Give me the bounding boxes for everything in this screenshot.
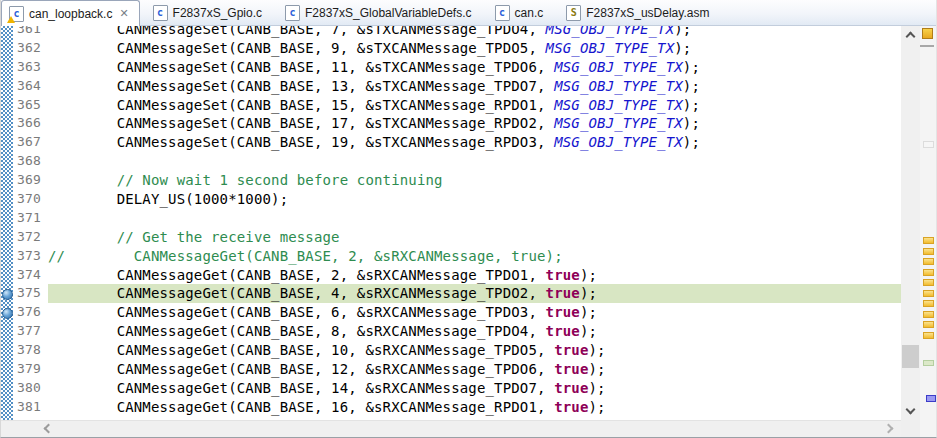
tab-f2837xs-globalvariabledefs-c[interactable]: cF2837xS_GlobalVariableDefs.c xyxy=(278,0,482,25)
overview-warning-header-icon[interactable] xyxy=(922,28,933,39)
code-line-366[interactable]: 366 CANMessageSet(CANB_BASE, 17, &sTXCAN… xyxy=(13,114,901,133)
scroll-up-icon[interactable] xyxy=(906,32,916,42)
line-text[interactable]: // Now wait 1 second before continuing xyxy=(48,171,901,190)
tab-can-loopback-c[interactable]: ccan_loopback.c✕ xyxy=(1,0,140,26)
code-line-367[interactable]: 367 CANMessageSet(CANB_BASE, 19, &sTXCAN… xyxy=(13,133,901,152)
line-number[interactable]: 376 xyxy=(13,303,48,322)
code-line-379[interactable]: 379 CANMessageGet(CANB_BASE, 12, &sRXCAN… xyxy=(13,360,901,379)
line-text[interactable]: CANMessageSet(CANB_BASE, 13, &sTXCANMess… xyxy=(48,77,901,96)
code-line-378[interactable]: 378 CANMessageGet(CANB_BASE, 10, &sRXCAN… xyxy=(13,341,901,360)
line-text[interactable]: // CANMessageGet(CANB_BASE, 2, &sRXCANMe… xyxy=(48,247,901,266)
line-text[interactable]: CANMessageSet(CANB_BASE, 17, &sTXCANMess… xyxy=(48,114,901,133)
line-text[interactable]: CANMessageGet(CANB_BASE, 14, &sRXCANMess… xyxy=(48,379,901,398)
line-number[interactable]: 381 xyxy=(13,398,48,417)
warning-marker[interactable] xyxy=(923,237,934,244)
code-line-365[interactable]: 365 CANMessageSet(CANB_BASE, 15, &sTXCAN… xyxy=(13,96,901,115)
code-line-371[interactable]: 371 xyxy=(13,209,901,228)
code-line-363[interactable]: 363 CANMessageSet(CANB_BASE, 11, &sTXCAN… xyxy=(13,58,901,77)
code-line-372[interactable]: 372 // Get the receive message xyxy=(13,228,901,247)
line-number[interactable]: 372 xyxy=(13,228,48,247)
line-text[interactable]: CANMessageGet(CANB_BASE, 4, &sRXCANMessa… xyxy=(48,284,901,303)
line-number[interactable]: 375 xyxy=(13,284,48,303)
line-number[interactable]: 373 xyxy=(13,247,48,266)
nav-marker-icon[interactable] xyxy=(2,289,13,300)
warning-marker[interactable] xyxy=(923,269,934,276)
line-text[interactable]: CANMessageSet(CANB_BASE, 9, &sTXCANMessa… xyxy=(48,39,901,58)
overview-ruler-divider xyxy=(920,45,934,47)
code-line-364[interactable]: 364 CANMessageSet(CANB_BASE, 13, &sTXCAN… xyxy=(13,77,901,96)
line-number[interactable]: 367 xyxy=(13,133,48,152)
tab-f2837xs-usdelay-asm[interactable]: SF2837xS_usDelay.asm xyxy=(559,0,719,25)
warning-marker[interactable] xyxy=(923,311,934,318)
warning-marker[interactable] xyxy=(923,300,934,307)
code-line-361[interactable]: 361 CANMessageSet(CANB_BASE, 7, &sTXCANM… xyxy=(13,26,901,39)
line-text[interactable]: CANMessageSet(CANB_BASE, 7, &sTXCANMessa… xyxy=(48,26,901,39)
line-number[interactable]: 380 xyxy=(13,379,48,398)
warning-marker[interactable] xyxy=(923,248,934,255)
code-line-370[interactable]: 370 DELAY_US(1000*1000); xyxy=(13,190,901,209)
line-number[interactable]: 366 xyxy=(13,114,48,133)
line-text[interactable]: CANMessageGet(CANB_BASE, 10, &sRXCANMess… xyxy=(48,341,901,360)
horizontal-scrollbar[interactable] xyxy=(1,420,901,437)
line-number[interactable]: 371 xyxy=(13,209,48,228)
line-text[interactable]: CANMessageGet(CANB_BASE, 8, &sRXCANMessa… xyxy=(48,322,901,341)
line-text[interactable] xyxy=(48,209,901,228)
scrollbar-corner xyxy=(901,420,920,438)
line-number[interactable]: 365 xyxy=(13,96,48,115)
code-line-376[interactable]: 376 CANMessageGet(CANB_BASE, 6, &sRXCANM… xyxy=(13,303,901,322)
tab-can-c[interactable]: ccan.c xyxy=(488,0,554,25)
code-area[interactable]: 361 CANMessageSet(CANB_BASE, 7, &sTXCANM… xyxy=(13,26,901,420)
c-file-icon: c xyxy=(9,6,24,22)
code-editor-window: ccan_loopback.c✕cF2837xS_Gpio.ccF2837xS_… xyxy=(0,0,937,438)
code-line-369[interactable]: 369 // Now wait 1 second before continui… xyxy=(13,171,901,190)
code-line-374[interactable]: 374 CANMessageGet(CANB_BASE, 2, &sRXCANM… xyxy=(13,266,901,285)
line-number[interactable]: 370 xyxy=(13,190,48,209)
line-text[interactable]: CANMessageSet(CANB_BASE, 19, &sTXCANMess… xyxy=(48,133,901,152)
warning-marker[interactable] xyxy=(923,279,934,286)
code-line-375[interactable]: 375 CANMessageGet(CANB_BASE, 4, &sRXCANM… xyxy=(13,284,901,303)
line-number[interactable]: 369 xyxy=(13,171,48,190)
line-text[interactable]: CANMessageGet(CANB_BASE, 12, &sRXCANMess… xyxy=(48,360,901,379)
warning-marker[interactable] xyxy=(923,290,934,297)
editor-body: 361 CANMessageSet(CANB_BASE, 7, &sTXCANM… xyxy=(1,26,937,438)
code-line-377[interactable]: 377 CANMessageGet(CANB_BASE, 8, &sRXCANM… xyxy=(13,322,901,341)
code-line-380[interactable]: 380 CANMessageGet(CANB_BASE, 14, &sRXCAN… xyxy=(13,379,901,398)
overview-ruler[interactable] xyxy=(920,26,937,438)
cursor-marker[interactable] xyxy=(926,395,936,402)
line-number[interactable]: 377 xyxy=(13,322,48,341)
line-text[interactable]: // Get the receive message xyxy=(48,228,901,247)
line-number[interactable]: 368 xyxy=(13,152,48,171)
scroll-down-icon[interactable] xyxy=(906,405,916,415)
line-text[interactable]: CANMessageGet(CANB_BASE, 2, &sRXCANMessa… xyxy=(48,266,901,285)
line-number[interactable]: 361 xyxy=(13,26,48,39)
line-number[interactable]: 379 xyxy=(13,360,48,379)
faint-marker[interactable] xyxy=(923,141,934,148)
line-text[interactable] xyxy=(48,152,901,171)
nav-marker-icon[interactable] xyxy=(2,308,13,319)
code-line-381[interactable]: 381 CANMessageGet(CANB_BASE, 16, &sRXCAN… xyxy=(13,398,901,417)
line-number[interactable]: 363 xyxy=(13,58,48,77)
line-number[interactable]: 362 xyxy=(13,39,48,58)
line-number[interactable]: 364 xyxy=(13,77,48,96)
code-line-368[interactable]: 368 xyxy=(13,152,901,171)
vertical-scrollbar-thumb[interactable] xyxy=(902,345,919,368)
tab-f2837xs-gpio-c[interactable]: cF2837xS_Gpio.c xyxy=(146,0,272,25)
warning-marker[interactable] xyxy=(923,321,934,328)
code-line-373[interactable]: 373// CANMessageGet(CANB_BASE, 2, &sRXCA… xyxy=(13,247,901,266)
code-line-362[interactable]: 362 CANMessageSet(CANB_BASE, 9, &sTXCANM… xyxy=(13,39,901,58)
current-marker[interactable] xyxy=(923,360,934,366)
asm-file-icon: S xyxy=(566,5,581,21)
tab-label: can.c xyxy=(515,6,544,20)
tab-close-icon[interactable]: ✕ xyxy=(119,8,128,19)
annotation-ruler[interactable] xyxy=(1,26,13,420)
line-text[interactable]: CANMessageSet(CANB_BASE, 11, &sTXCANMess… xyxy=(48,58,901,77)
line-text[interactable]: DELAY_US(1000*1000); xyxy=(48,190,901,209)
warning-marker[interactable] xyxy=(923,332,934,339)
line-text[interactable]: CANMessageSet(CANB_BASE, 15, &sTXCANMess… xyxy=(48,96,901,115)
line-text[interactable]: CANMessageGet(CANB_BASE, 6, &sRXCANMessa… xyxy=(48,303,901,322)
line-number[interactable]: 374 xyxy=(13,266,48,285)
line-text[interactable]: CANMessageGet(CANB_BASE, 16, &sRXCANMess… xyxy=(48,398,901,417)
line-number[interactable]: 378 xyxy=(13,341,48,360)
vertical-scrollbar[interactable] xyxy=(901,26,920,420)
warning-marker[interactable] xyxy=(923,258,934,265)
